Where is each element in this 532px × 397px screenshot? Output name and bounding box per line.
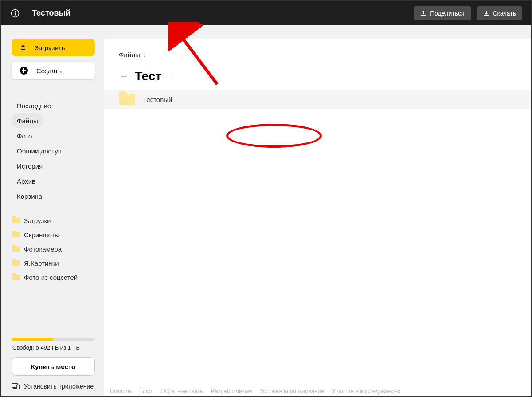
- download-icon: [483, 10, 489, 16]
- folder-screenshots[interactable]: Скриншоты: [12, 228, 96, 242]
- footer-link[interactable]: Условия использования: [260, 388, 324, 394]
- nav-photo[interactable]: Фото: [12, 128, 37, 143]
- create-label: Создать: [36, 67, 62, 75]
- storage-text: Свободно 492 ГБ из 1 ТБ: [12, 344, 96, 351]
- folder-icon: [12, 232, 20, 237]
- svg-rect-11: [17, 385, 20, 389]
- content-panel: Файлы › ← Тест ⋯ Тестовый: [104, 39, 531, 396]
- folder-label: Фотокамера: [24, 245, 62, 253]
- download-button[interactable]: Скачать: [477, 6, 523, 20]
- footer-link[interactable]: Помощь: [110, 388, 132, 394]
- nav-label: Последние: [17, 102, 51, 110]
- folder-shortcuts: Загрузки Скриншоты Фотокамера Я.Картинки…: [12, 213, 96, 284]
- folder-label: Фото из соцсетей: [24, 274, 78, 281]
- nav-history[interactable]: История: [12, 158, 48, 173]
- folder-icon: [12, 218, 20, 223]
- breadcrumb-item[interactable]: Файлы: [119, 51, 140, 59]
- info-icon[interactable]: [10, 8, 20, 19]
- annotation-ellipse: [226, 124, 322, 148]
- storage-bar: [12, 338, 95, 341]
- svg-rect-4: [484, 15, 489, 16]
- nav-label: Архив: [17, 177, 35, 185]
- folder-social[interactable]: Фото из соцсетей: [12, 270, 96, 284]
- topbar: Тестовый Поделиться Скачать: [1, 1, 531, 25]
- download-label: Скачать: [493, 10, 516, 17]
- install-label: Установить приложение: [24, 383, 94, 390]
- svg-rect-10: [13, 388, 16, 389]
- share-label: Поделиться: [430, 10, 464, 17]
- footer-link[interactable]: Участие в исследованиях: [332, 388, 401, 394]
- folder-camera[interactable]: Фотокамера: [12, 242, 96, 256]
- nav-files[interactable]: Файлы: [12, 113, 43, 128]
- nav-shared[interactable]: Общий доступ: [12, 143, 67, 158]
- svg-rect-1: [15, 12, 16, 15]
- share-button[interactable]: Поделиться: [414, 6, 470, 20]
- devices-icon: [12, 383, 20, 389]
- back-arrow-icon[interactable]: ←: [119, 71, 129, 82]
- share-icon: [420, 10, 426, 16]
- footer-link[interactable]: Обратная связь: [160, 388, 203, 394]
- nav-section: Последние Файлы Фото Общий доступ Истори…: [12, 98, 96, 204]
- nav-label: Общий доступ: [17, 147, 62, 155]
- folder-icon: [119, 94, 135, 105]
- footer-link[interactable]: Разработчикам: [211, 388, 252, 394]
- nav-archive[interactable]: Архив: [12, 173, 41, 189]
- nav-label: Файлы: [17, 117, 38, 125]
- folder-icon: [12, 260, 20, 266]
- upload-button[interactable]: Загрузить: [12, 39, 95, 56]
- selection-title: Тестовый: [32, 8, 70, 18]
- buy-storage-button[interactable]: Купить место: [12, 357, 95, 376]
- footer-link[interactable]: Блог: [140, 388, 153, 394]
- folder-icon: [12, 275, 20, 280]
- create-button[interactable]: Создать: [12, 62, 95, 79]
- storage-fill: [12, 338, 53, 341]
- folder-downloads[interactable]: Загрузки: [12, 213, 96, 228]
- page-title: Тест: [135, 69, 161, 83]
- nav-label: Корзина: [17, 193, 42, 200]
- footer-links: Помощь Блог Обратная связь Разработчикам…: [110, 388, 401, 394]
- svg-rect-3: [421, 15, 426, 16]
- folder-name: Тестовый: [143, 96, 172, 103]
- svg-rect-5: [21, 49, 25, 50]
- folder-label: Скриншоты: [24, 231, 59, 239]
- folder-label: Я.Картинки: [24, 259, 59, 267]
- nav-recent[interactable]: Последние: [12, 98, 56, 113]
- svg-rect-8: [22, 70, 26, 71]
- plus-icon: [20, 66, 28, 75]
- kebab-menu-icon[interactable]: ⋯: [167, 71, 178, 81]
- folder-ya-images[interactable]: Я.Картинки: [12, 256, 96, 270]
- main: Файлы › ← Тест ⋯ Тестовый: [104, 25, 531, 396]
- folder-icon: [12, 246, 20, 252]
- nav-label: Фото: [17, 132, 32, 140]
- folder-label: Загрузки: [24, 217, 51, 224]
- install-app-link[interactable]: Установить приложение: [12, 383, 96, 390]
- nav-trash[interactable]: Корзина: [12, 189, 47, 204]
- buy-label: Купить место: [31, 363, 75, 370]
- sidebar: Загрузить Создать Последние Файлы Фото О…: [1, 25, 104, 396]
- upload-icon: [20, 44, 27, 51]
- breadcrumb: Файлы ›: [104, 39, 531, 59]
- svg-rect-2: [15, 11, 16, 12]
- nav-label: История: [17, 162, 43, 170]
- chevron-right-icon: ›: [144, 51, 146, 59]
- upload-label: Загрузить: [35, 44, 65, 51]
- folder-row[interactable]: Тестовый: [104, 90, 531, 109]
